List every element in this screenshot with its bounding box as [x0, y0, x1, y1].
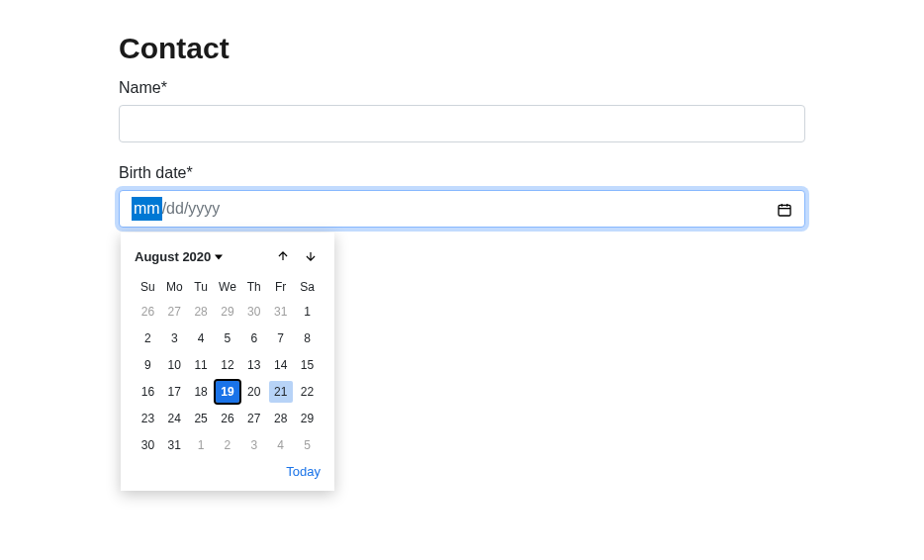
- calendar-day[interactable]: 19: [215, 378, 241, 405]
- today-link[interactable]: Today: [286, 464, 321, 479]
- calendar-day[interactable]: 11: [188, 351, 215, 378]
- weekday-header: We: [215, 276, 241, 298]
- calendar-day[interactable]: 17: [161, 378, 188, 405]
- date-segment-mm[interactable]: mm: [132, 197, 162, 221]
- calendar-day[interactable]: 29: [215, 298, 241, 325]
- calendar-day[interactable]: 27: [161, 298, 188, 325]
- datepicker-popup: August 2020 SuMoTuWeThFrSa 2627282930311…: [121, 233, 334, 491]
- calendar-day[interactable]: 26: [135, 298, 161, 325]
- calendar-day[interactable]: 2: [135, 325, 161, 351]
- next-month-button[interactable]: [301, 246, 321, 266]
- weekday-header: Fr: [267, 276, 294, 298]
- calendar-day[interactable]: 30: [135, 431, 161, 458]
- calendar-day[interactable]: 4: [267, 431, 294, 458]
- month-year-selector[interactable]: August 2020: [135, 249, 223, 264]
- date-placeholder: mm / dd / yyyy: [132, 197, 220, 221]
- calendar-day[interactable]: 6: [240, 325, 267, 351]
- weekday-header: Th: [240, 276, 267, 298]
- calendar-day[interactable]: 16: [135, 378, 161, 405]
- calendar-day[interactable]: 15: [294, 351, 321, 378]
- calendar-day[interactable]: 5: [294, 431, 321, 458]
- calendar-day[interactable]: 26: [215, 405, 241, 431]
- birthdate-input[interactable]: mm / dd / yyyy: [119, 190, 805, 228]
- calendar-day[interactable]: 28: [267, 405, 294, 431]
- calendar-day[interactable]: 31: [267, 298, 294, 325]
- birthdate-label: Birth date*: [119, 164, 805, 182]
- calendar-day[interactable]: 9: [135, 351, 161, 378]
- page-title: Contact: [119, 32, 805, 65]
- calendar-day[interactable]: 24: [161, 405, 188, 431]
- calendar-day[interactable]: 2: [215, 431, 241, 458]
- weekday-header: Su: [135, 276, 161, 298]
- calendar-day[interactable]: 14: [267, 351, 294, 378]
- calendar-day[interactable]: 29: [294, 405, 321, 431]
- chevron-down-icon: [215, 249, 223, 264]
- calendar-day[interactable]: 21: [267, 378, 294, 405]
- weekday-header: Sa: [294, 276, 321, 298]
- calendar-day[interactable]: 3: [240, 431, 267, 458]
- calendar-icon[interactable]: [777, 201, 792, 217]
- svg-rect-0: [779, 205, 790, 216]
- calendar-day[interactable]: 12: [215, 351, 241, 378]
- weekday-header: Tu: [188, 276, 215, 298]
- calendar-day[interactable]: 23: [135, 405, 161, 431]
- calendar-day[interactable]: 4: [188, 325, 215, 351]
- calendar-day[interactable]: 3: [161, 325, 188, 351]
- contact-form: Contact Name* Birth date* mm / dd / yyyy: [0, 0, 924, 228]
- prev-month-button[interactable]: [273, 246, 293, 266]
- calendar-day[interactable]: 10: [161, 351, 188, 378]
- calendar-day[interactable]: 8: [294, 325, 321, 351]
- calendar-day[interactable]: 25: [188, 405, 215, 431]
- calendar-day[interactable]: 30: [240, 298, 267, 325]
- weekday-header: Mo: [161, 276, 188, 298]
- calendar-day[interactable]: 18: [188, 378, 215, 405]
- name-input[interactable]: [119, 105, 805, 142]
- calendar-day[interactable]: 22: [294, 378, 321, 405]
- calendar-day[interactable]: 1: [294, 298, 321, 325]
- name-label: Name*: [119, 79, 805, 97]
- date-segment-yyyy[interactable]: yyyy: [188, 197, 220, 221]
- calendar-day[interactable]: 31: [161, 431, 188, 458]
- calendar-day[interactable]: 20: [240, 378, 267, 405]
- calendar-day[interactable]: 28: [188, 298, 215, 325]
- calendar-day[interactable]: 1: [188, 431, 215, 458]
- calendar-day[interactable]: 5: [215, 325, 241, 351]
- calendar-day[interactable]: 7: [267, 325, 294, 351]
- calendar-grid: SuMoTuWeThFrSa 2627282930311234567891011…: [135, 276, 321, 458]
- calendar-day[interactable]: 13: [240, 351, 267, 378]
- calendar-day[interactable]: 27: [240, 405, 267, 431]
- date-segment-dd[interactable]: dd: [166, 197, 184, 221]
